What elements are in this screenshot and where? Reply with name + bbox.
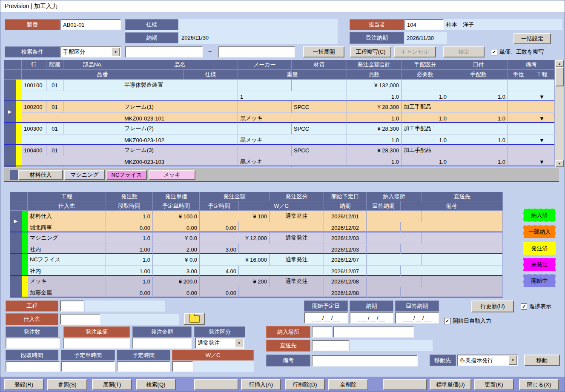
- parts-table: 行 階層 部品No. 品名 メーカー 材質 発注金額合計 手配区分 日付 備考 …: [4, 60, 555, 167]
- process-row[interactable]: マシニング1.0¥ 0.0¥ 12,000通常発注2026/12/03 社内1.…: [10, 232, 503, 254]
- form-hatchusu-input[interactable]: [6, 338, 60, 349]
- form-wc-input[interactable]: [172, 361, 193, 372]
- process-row[interactable]: NCフライス1.0¥ 0.0¥ 16,000通常発注2026/12/07 社内1…: [10, 254, 503, 276]
- table-row[interactable]: 10030001フレーム(2)SPCC¥ 28,300加工手配品 MKZ00-0…: [4, 123, 555, 145]
- form-kotei-code-input[interactable]: [60, 300, 84, 312]
- kakutei-button[interactable]: 確定: [443, 46, 485, 57]
- ido-button[interactable]: 移動: [524, 355, 560, 366]
- form-kaishi-date-input[interactable]: ___/__/__: [304, 312, 348, 323]
- row-selector[interactable]: ▶: [10, 211, 22, 232]
- col-chokusou: 直送先: [422, 192, 503, 201]
- table-row[interactable]: 10010001半導体製造装置¥ 132,000 11.01.01.0▼: [4, 80, 555, 101]
- form-noki-label: 納期: [350, 300, 393, 312]
- ikkatsu-settei-button[interactable]: 一括設定: [513, 33, 551, 44]
- form-kingaku-label: 発注金額: [132, 326, 192, 337]
- tenkai-button[interactable]: 展開(T): [92, 379, 132, 390]
- kensaku-dropdown[interactable]: 手配区分 ▼: [60, 46, 121, 57]
- hyojun-tanka-button[interactable]: 標準単価(J): [430, 379, 471, 390]
- scrollbar-up-button[interactable]: ▲: [555, 60, 564, 67]
- tojiru-button[interactable]: 閉じる(X): [519, 379, 559, 390]
- form-nonyu-basho-code-input[interactable]: [312, 326, 332, 338]
- col-hitsuyosu: 必要数: [402, 70, 449, 80]
- form-tanka-input[interactable]: [63, 338, 130, 349]
- blank-button-1[interactable]: [194, 379, 238, 390]
- row-selector[interactable]: [10, 254, 22, 275]
- form-kaito-date-input[interactable]: ___/__/__: [395, 312, 439, 323]
- cell-process[interactable]: 材料仕入: [28, 211, 106, 222]
- ikkatsu-tenkai-button[interactable]: 一括展開: [303, 46, 344, 57]
- table-row-selected[interactable]: ▶ 10020001フレーム(1)SPCC¥ 28,300加工手配品 MKZ00…: [4, 101, 555, 123]
- form-yotei-input[interactable]: [117, 361, 170, 372]
- scrollbar-thumb[interactable]: [555, 67, 564, 86]
- kensaku-button[interactable]: 検索(Q): [136, 379, 176, 390]
- check-icon: ✓: [522, 304, 526, 309]
- form-kingaku-input[interactable]: [132, 338, 192, 349]
- toroku-button[interactable]: 登録(R): [4, 379, 44, 390]
- table-row[interactable]: 10050001モーターブラケットSPCC¥ 28,300加工手配品 ▼: [4, 166, 555, 167]
- seiban-input[interactable]: [60, 19, 121, 30]
- row-selector[interactable]: [10, 232, 22, 253]
- tantosha-label: 担当者: [350, 19, 404, 30]
- tab-zairyo-shiire[interactable]: 材料仕入: [18, 170, 63, 180]
- idosaki-dropdown[interactable]: 作業指示発行 ▼: [457, 355, 518, 366]
- row-selector[interactable]: [4, 123, 16, 144]
- cell-supplier[interactable]: 城北商事: [28, 222, 106, 233]
- chevron-down-icon[interactable]: ▼: [112, 48, 120, 56]
- blank-button-2[interactable]: [383, 379, 427, 390]
- row-selector[interactable]: [10, 276, 22, 297]
- seiban-label: 製番: [5, 19, 60, 30]
- form-yotei-tan-input[interactable]: [61, 361, 115, 372]
- kotei-dropdown-icon[interactable]: ▼: [529, 134, 555, 146]
- scrollbar-down-button[interactable]: ▼: [555, 160, 564, 167]
- cancel-button[interactable]: キャンセル: [394, 46, 436, 57]
- process-row[interactable]: メッキ1.0¥ 200.0¥ 200通常発注2026/12/08 加藤金属0.0…: [10, 276, 503, 298]
- shinchoku-checkbox[interactable]: ✓: [521, 303, 527, 310]
- tantosha-code-input[interactable]: [404, 19, 444, 30]
- gyo-koshin-button[interactable]: 行更新(U): [471, 300, 514, 312]
- form-dandori-input[interactable]: [6, 361, 60, 372]
- zen-sakujo-button[interactable]: 全削除: [328, 379, 368, 390]
- gyo-sonyu-button[interactable]: 行挿入(A): [241, 379, 281, 390]
- row-selector[interactable]: [4, 145, 16, 166]
- kotei-fukusha-button[interactable]: 工程複写(C): [350, 46, 391, 57]
- col-hinmei: 品名: [122, 60, 238, 70]
- chevron-down-icon[interactable]: ▼: [235, 339, 243, 347]
- kotei-dropdown-icon[interactable]: ▼: [529, 113, 555, 124]
- search-to-input[interactable]: [218, 46, 295, 57]
- scrollbar-track[interactable]: ▲ ▼: [555, 60, 563, 167]
- tab-nc-fraise[interactable]: NCフライス: [106, 170, 147, 180]
- shiiresaki-lookup-button[interactable]: [184, 313, 205, 325]
- copy-checkbox[interactable]: ✓: [491, 49, 497, 55]
- status-cell: [16, 166, 22, 167]
- koshin-button[interactable]: 更新(K): [474, 379, 514, 390]
- form-shiiresaki-name-field: [100, 314, 179, 325]
- col-nonyu-basho: 納入場所: [367, 192, 422, 201]
- legend-ordered: 発注済: [523, 242, 556, 255]
- row-selector[interactable]: ▶: [4, 101, 16, 122]
- sansho-button[interactable]: 参照(S): [47, 379, 87, 390]
- form-nonyu-basho-input[interactable]: [333, 326, 414, 338]
- process-row-selected[interactable]: ▶ 材料仕入1.0¥ 100.0¥ 100通常発注2026/12/01 城北商事…: [10, 211, 503, 232]
- kaishibi-checkbox[interactable]: ✓: [444, 318, 450, 324]
- cell-item-name[interactable]: 半導体製造装置: [122, 80, 238, 91]
- kotei-dropdown-icon[interactable]: ▼: [529, 91, 555, 102]
- form-kubun-dropdown[interactable]: 通常発注 ▼: [195, 338, 244, 349]
- col-hizuke: 日付: [449, 60, 508, 70]
- row-selector[interactable]: [4, 166, 16, 167]
- form-shiiresaki-code-input[interactable]: [60, 314, 100, 325]
- cell-row-no[interactable]: 100100: [22, 80, 46, 91]
- row-selector[interactable]: [4, 80, 16, 100]
- table-row[interactable]: 10040001フレーム(3)SPCC¥ 28,300加工手配品 MKZ00-0…: [4, 145, 555, 166]
- gyo-sakujo-button[interactable]: 行削除(D): [285, 379, 325, 390]
- form-noki-date-input[interactable]: ___/__/__: [350, 312, 393, 323]
- row-pointer-icon: ▶: [8, 109, 11, 114]
- search-from-input[interactable]: [125, 46, 203, 57]
- form-chokusou-input[interactable]: [312, 340, 349, 351]
- tab-machining[interactable]: マシニング: [64, 170, 105, 180]
- kensaku-dropdown-value: 手配区分: [63, 48, 85, 56]
- chevron-down-icon[interactable]: ▼: [509, 356, 517, 365]
- form-biko-input[interactable]: [312, 355, 418, 366]
- kaishibi-checkbox-label: 開始日自動入力: [453, 317, 491, 325]
- tab-mekki[interactable]: メッキ: [149, 170, 195, 180]
- kotei-dropdown-icon[interactable]: ▼: [529, 156, 555, 167]
